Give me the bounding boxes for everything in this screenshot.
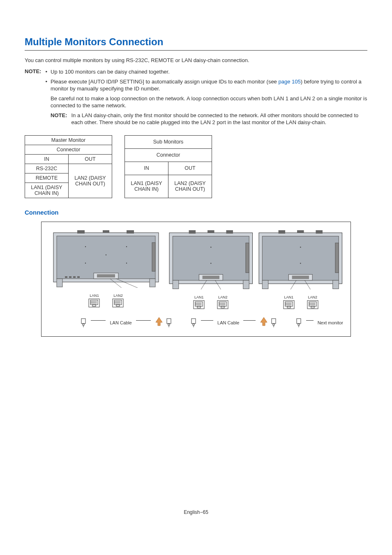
svg-rect-110 xyxy=(298,324,300,325)
svg-rect-3 xyxy=(127,230,134,234)
lan-cable-label-1: LAN Cable xyxy=(110,320,131,325)
bullet-2-prefix: Please execute [AUTO ID/IP SETTING] to a… xyxy=(51,79,278,85)
svg-rect-39 xyxy=(189,230,196,234)
master-header: Master Monitor xyxy=(25,135,112,145)
rj45-plug-icon xyxy=(80,318,87,327)
connection-heading: Connection xyxy=(25,209,367,216)
lan1-label: LAN1 xyxy=(284,295,293,299)
svg-point-6 xyxy=(126,246,127,247)
master-out-header: OUT xyxy=(69,154,112,164)
page-link[interactable]: page 105 xyxy=(278,79,300,85)
svg-rect-31 xyxy=(116,305,120,306)
svg-rect-38 xyxy=(173,236,249,280)
page-footer: English−65 xyxy=(25,509,367,515)
master-connector-header: Connector xyxy=(25,145,112,154)
sub-in-header: IN xyxy=(125,162,168,175)
svg-rect-68 xyxy=(263,236,339,280)
svg-rect-52 xyxy=(195,302,203,306)
ethernet-port-icon xyxy=(88,298,100,308)
svg-rect-71 xyxy=(297,230,304,233)
svg-rect-100 xyxy=(167,319,171,324)
monitor-1: LAN1 LAN2 xyxy=(49,230,164,308)
svg-rect-74 xyxy=(263,280,268,289)
ethernet-port-icon xyxy=(307,300,318,309)
master-remote: REMOTE xyxy=(25,173,69,183)
svg-rect-103 xyxy=(191,319,196,324)
rj45-plug-icon xyxy=(190,318,197,327)
svg-rect-91 xyxy=(311,306,314,308)
svg-point-43 xyxy=(210,263,211,264)
svg-rect-16 xyxy=(69,276,71,278)
note-label: NOTE: xyxy=(25,68,41,133)
svg-rect-2 xyxy=(77,230,85,234)
svg-rect-106 xyxy=(272,319,276,324)
svg-rect-4 xyxy=(103,230,109,233)
svg-rect-48 xyxy=(246,243,249,273)
svg-rect-1 xyxy=(57,236,155,279)
svg-rect-22 xyxy=(90,300,98,305)
monitor-2: LAN1 LAN2 xyxy=(168,230,254,310)
bullet-1: Up to 100 monitors can be daisy chained … xyxy=(45,68,367,76)
inner-note-text: In a LAN daisy-chain, only the first mon… xyxy=(71,112,367,126)
svg-rect-23 xyxy=(92,305,96,306)
svg-point-72 xyxy=(300,247,301,247)
bullet-2-para2: Be careful not to make a loop connection… xyxy=(51,95,367,109)
svg-point-73 xyxy=(300,263,301,264)
master-in-header: IN xyxy=(25,154,69,164)
svg-rect-53 xyxy=(197,306,201,308)
svg-rect-69 xyxy=(279,230,286,234)
svg-rect-13 xyxy=(97,274,115,278)
svg-rect-17 xyxy=(73,276,76,278)
svg-point-9 xyxy=(106,254,106,255)
arrow-up-icon xyxy=(155,317,163,329)
cable-segment-1 xyxy=(80,318,87,327)
ports-row-1: LAN1 LAN2 xyxy=(88,294,124,308)
svg-rect-47 xyxy=(202,275,219,279)
svg-point-42 xyxy=(210,247,211,247)
lan-cable-label-2: LAN Cable xyxy=(217,320,239,325)
lan2-label: LAN2 xyxy=(113,294,123,298)
svg-rect-90 xyxy=(309,302,316,306)
svg-rect-101 xyxy=(168,324,170,325)
sub-out-header: OUT xyxy=(168,162,212,175)
svg-rect-61 xyxy=(221,306,224,308)
svg-rect-15 xyxy=(65,276,67,278)
rj45-plug-icon xyxy=(295,318,302,327)
connection-diagram: LAN1 LAN2 xyxy=(41,222,351,337)
ethernet-port-icon xyxy=(112,298,124,308)
svg-rect-60 xyxy=(219,302,226,306)
sub-lan2: LAN2 (DAISY CHAIN OUT) xyxy=(168,175,212,198)
monitor-back-icon xyxy=(53,230,159,288)
lan1-label: LAN1 xyxy=(90,294,99,298)
ethernet-port-icon xyxy=(217,300,228,309)
master-monitor-table: Master Monitor Connector IN OUT RS-232C … xyxy=(25,135,112,198)
page-title: Multiple Monitors Connection xyxy=(25,36,367,51)
svg-rect-78 xyxy=(335,243,339,273)
bullet-2-body: Please execute [AUTO ID/IP SETTING] to a… xyxy=(51,78,367,130)
rj45-plug-icon xyxy=(270,318,277,327)
svg-rect-10 xyxy=(57,279,62,287)
svg-rect-14 xyxy=(152,243,155,271)
master-lan2: LAN2 (DAISY CHAIN OUT) xyxy=(69,164,112,198)
svg-rect-18 xyxy=(77,276,80,278)
sub-lan1: LAN1 (DAISY CHAIN IN) xyxy=(125,175,168,198)
lan1-label: LAN1 xyxy=(194,295,204,299)
svg-rect-104 xyxy=(193,324,194,325)
svg-point-7 xyxy=(85,263,86,264)
inner-note-label: NOTE: xyxy=(51,112,67,126)
ethernet-port-icon xyxy=(193,300,205,309)
arrow-up-icon xyxy=(260,317,268,329)
ethernet-port-icon xyxy=(283,300,295,309)
svg-rect-70 xyxy=(316,230,323,234)
svg-rect-98 xyxy=(83,324,84,325)
master-rs232c: RS-232C xyxy=(25,164,69,173)
connector-tables: Master Monitor Connector IN OUT RS-232C … xyxy=(25,135,367,198)
bullet-1-text: Up to 100 monitors can be daisy chained … xyxy=(51,68,170,76)
monitor-back-icon xyxy=(168,230,254,290)
svg-rect-41 xyxy=(208,230,214,233)
svg-rect-77 xyxy=(292,275,309,279)
rj45-plug-icon xyxy=(166,318,172,327)
note-block: NOTE: Up to 100 monitors can be daisy ch… xyxy=(25,68,367,133)
bullet-2: Please execute [AUTO ID/IP SETTING] to a… xyxy=(45,78,367,130)
cable-row: LAN Cable LAN Cable xyxy=(49,317,343,329)
